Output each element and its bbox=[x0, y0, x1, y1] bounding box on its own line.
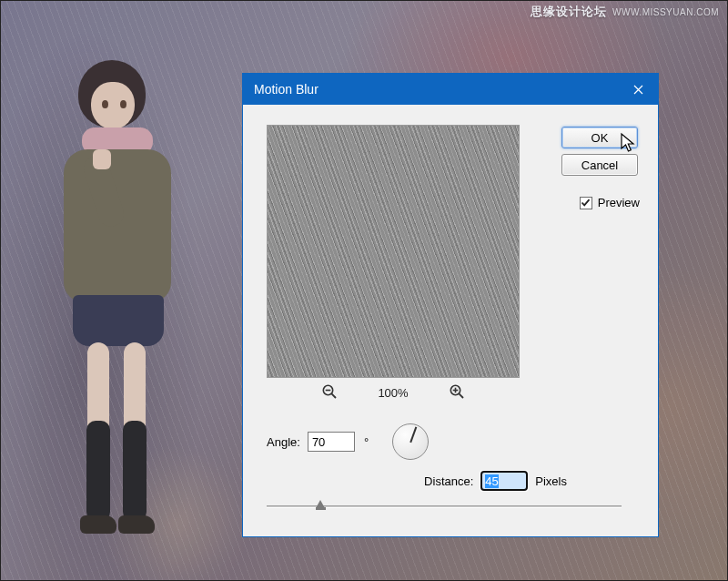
distance-input[interactable] bbox=[480, 471, 528, 491]
check-icon bbox=[581, 198, 591, 208]
dialog-titlebar[interactable]: Motion Blur bbox=[243, 74, 658, 105]
slider-thumb[interactable] bbox=[316, 500, 326, 515]
watermark-sub: WWW.MISSYUAN.COM bbox=[612, 7, 719, 17]
watermark: 思缘设计论坛 WWW.MISSYUAN.COM bbox=[531, 4, 719, 20]
angle-dial[interactable] bbox=[392, 423, 429, 460]
zoom-out-icon bbox=[321, 383, 338, 400]
motion-blur-dialog: Motion Blur 100% Angle: ° Distance: bbox=[242, 73, 659, 537]
cancel-button[interactable]: Cancel bbox=[561, 154, 638, 176]
close-icon bbox=[633, 85, 643, 95]
preview-image bbox=[267, 125, 520, 378]
angle-unit: ° bbox=[364, 435, 369, 449]
watermark-main: 思缘设计论坛 bbox=[531, 4, 607, 20]
zoom-value: 100% bbox=[370, 386, 416, 400]
angle-input[interactable] bbox=[308, 432, 355, 452]
dialog-body: 100% Angle: ° Distance: Pixels OK Cancel bbox=[243, 105, 658, 536]
angle-label: Angle: bbox=[267, 435, 300, 449]
preview-checkbox-row: Preview bbox=[580, 196, 640, 209]
dialog-title: Motion Blur bbox=[254, 82, 618, 97]
svg-line-4 bbox=[459, 393, 463, 398]
svg-line-1 bbox=[331, 393, 336, 398]
background-figure bbox=[36, 55, 191, 565]
preview-checkbox[interactable] bbox=[580, 197, 592, 209]
filter-preview[interactable] bbox=[267, 125, 520, 378]
distance-slider[interactable] bbox=[267, 498, 622, 516]
ok-button[interactable]: OK bbox=[561, 127, 638, 148]
distance-label: Distance: bbox=[424, 474, 473, 488]
angle-row: Angle: ° bbox=[267, 423, 540, 460]
close-button[interactable] bbox=[618, 74, 658, 105]
zoom-in-button[interactable] bbox=[449, 383, 465, 403]
zoom-controls: 100% bbox=[267, 383, 520, 403]
zoom-in-icon bbox=[449, 383, 465, 400]
preview-checkbox-label: Preview bbox=[598, 196, 640, 209]
distance-row: Distance: Pixels bbox=[267, 471, 594, 491]
distance-unit: Pixels bbox=[535, 474, 567, 488]
zoom-out-button[interactable] bbox=[321, 383, 338, 403]
